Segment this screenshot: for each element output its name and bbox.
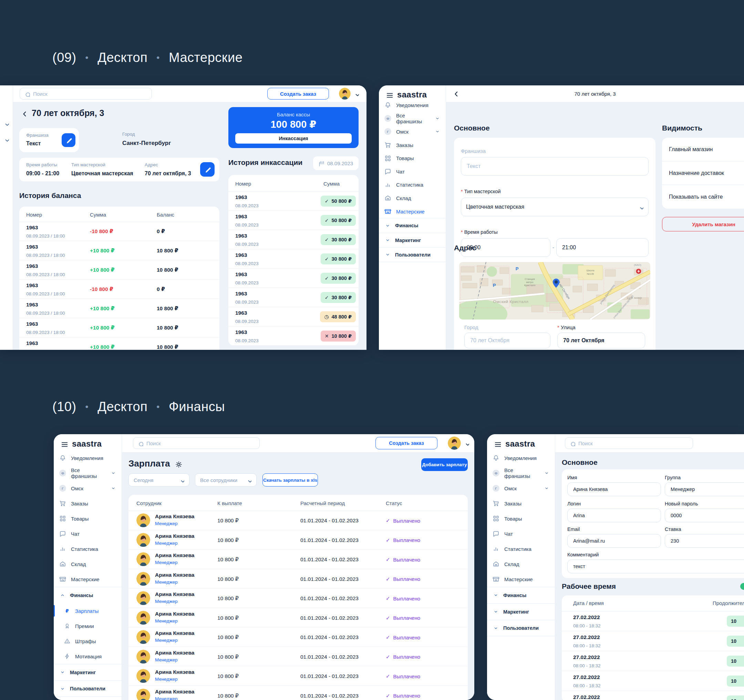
menu-icon[interactable] xyxy=(494,440,501,447)
salary-row[interactable]: Арина Князева Менеджер 10 800 ₽ 01.01.20… xyxy=(128,608,468,628)
comment-input[interactable] xyxy=(567,560,744,573)
sidebar-item[interactable]: Заказы xyxy=(379,138,446,152)
salary-row[interactable]: Арина Князева Менеджер 10 800 ₽ 01.01.20… xyxy=(128,627,468,647)
sidebar-item[interactable]: Чат xyxy=(379,165,446,178)
salaries-screen: saastra Уведомления Все франшизы О xyxy=(54,434,474,700)
sidebar-item[interactable]: Склад xyxy=(54,556,122,572)
add-salary-button[interactable]: Добавить зарплату xyxy=(421,458,468,471)
visibility-row[interactable]: Назначение доставок xyxy=(662,162,744,185)
chevron-down-icon[interactable] xyxy=(353,91,359,97)
sidebar-item[interactable]: Товары xyxy=(379,152,446,165)
app-logo[interactable]: saastra xyxy=(61,439,102,449)
sidebar-item[interactable]: Статистика xyxy=(54,541,122,556)
salary-row[interactable]: Арина Князева Менеджер 10 800 ₽ 01.01.20… xyxy=(128,511,468,530)
name-input[interactable] xyxy=(567,482,661,496)
delete-shop-button[interactable]: Удалить магазин xyxy=(662,217,744,231)
sidebar-item[interactable]: Все франшизы xyxy=(379,112,446,125)
salary-row[interactable]: Арина Князева Менеджер 10 800 ₽ 01.01.20… xyxy=(128,647,468,667)
workshop-type-select[interactable]: Цветочная мастерская xyxy=(461,198,649,216)
sidebar-item[interactable]: Маркетинг xyxy=(379,233,446,248)
sidebar-item[interactable]: Зарплаты xyxy=(54,603,122,618)
sidebar-item[interactable]: Мастерские xyxy=(54,572,122,587)
salary-row[interactable]: Арина Князева Менеджер 10 800 ₽ 01.01.20… xyxy=(128,530,468,550)
sidebar-item[interactable]: Финансы xyxy=(54,587,122,603)
app-logo[interactable]: saastra xyxy=(494,439,535,449)
sidebar-item[interactable]: Склад xyxy=(379,192,446,205)
franchise-input[interactable] xyxy=(461,157,649,175)
sidebar-item[interactable]: Все франшизы xyxy=(54,465,122,481)
sidebar-item[interactable]: Пользователи xyxy=(379,247,446,262)
sidebar-item[interactable]: Чат xyxy=(487,526,555,541)
download-xls-button[interactable]: Скачать зарплаты в xls xyxy=(262,473,318,486)
sidebar-item[interactable]: Уведомления xyxy=(54,450,122,465)
sidebar-item[interactable]: Мастерские xyxy=(379,205,446,218)
employee-avatar xyxy=(136,650,150,663)
salary-row[interactable]: Арина Князева Менеджер 10 800 ₽ 01.01.20… xyxy=(128,550,468,569)
sidebar-nav: Уведомления Все франшизы Омск xyxy=(379,98,446,262)
sidebar-item[interactable]: Уведомления xyxy=(379,98,446,112)
sidebar-item[interactable]: Финансы xyxy=(487,587,555,603)
create-order-button[interactable]: Создать заказ xyxy=(375,437,437,449)
sidebar-item[interactable]: Товары xyxy=(487,511,555,526)
map[interactable]: Станция метро Кристалл Омский Кристалл Ш… xyxy=(459,262,650,320)
visibility-row[interactable]: Главный магазин xyxy=(662,138,744,162)
sidebar-item[interactable]: Мастерские xyxy=(487,572,555,587)
search-input[interactable] xyxy=(19,88,152,100)
sidebar-item[interactable]: Чат xyxy=(54,526,122,541)
search-input[interactable] xyxy=(565,437,693,449)
group-input[interactable] xyxy=(665,482,744,496)
sidebar-item[interactable]: Маркетинг xyxy=(487,603,555,620)
visibility-row[interactable]: Показывать на сайте xyxy=(662,185,744,209)
sidebar-item[interactable]: Статистика xyxy=(487,541,555,556)
search-input[interactable] xyxy=(133,437,260,449)
incassation-row: 1963 08.09.2023 30 800 ₽ xyxy=(228,249,359,269)
sidebar-item[interactable]: Омск xyxy=(54,481,122,496)
create-order-button[interactable]: Создать заказ xyxy=(267,88,329,100)
chevron-down-icon[interactable] xyxy=(3,136,9,142)
new-password-input[interactable] xyxy=(665,508,744,522)
login-input[interactable] xyxy=(567,508,661,522)
street-input[interactable] xyxy=(557,333,645,348)
edit-info-button[interactable] xyxy=(200,162,214,177)
work-to-input[interactable] xyxy=(556,238,649,257)
salary-row[interactable]: Арина Князева Менеджер 10 800 ₽ 01.01.20… xyxy=(128,686,468,700)
sidebar-item[interactable]: Пользователи xyxy=(487,620,555,636)
incassation-button[interactable]: Инкассация xyxy=(235,133,352,144)
gear-icon[interactable] xyxy=(175,460,183,469)
rate-input[interactable] xyxy=(665,534,744,548)
sidebar-item[interactable]: Премии xyxy=(54,618,122,633)
menu-icon[interactable] xyxy=(386,91,393,98)
menu-icon[interactable] xyxy=(61,440,67,447)
sidebar-item[interactable]: Маркетинг xyxy=(54,664,122,681)
user-avatar[interactable] xyxy=(448,437,461,450)
app-logo[interactable]: saastra xyxy=(386,90,427,100)
sidebar-item[interactable]: Омск xyxy=(487,481,555,496)
chevron-down-icon[interactable] xyxy=(464,440,469,446)
sidebar-item[interactable]: Статистика xyxy=(379,178,446,192)
sidebar-item[interactable]: Склад xyxy=(487,556,555,572)
period-filter[interactable]: Сегодня xyxy=(128,473,189,486)
salary-row[interactable]: Арина Князева Менеджер 10 800 ₽ 01.01.20… xyxy=(128,569,468,589)
sidebar-item[interactable]: Финансы xyxy=(379,218,446,233)
sum-value: -10 800 ₽ xyxy=(90,286,113,292)
sidebar-item[interactable]: Мотивация xyxy=(54,649,122,664)
salary-row[interactable]: Арина Князева Менеджер 10 800 ₽ 01.01.20… xyxy=(128,666,468,686)
sidebar-item[interactable]: Заказы xyxy=(54,496,122,511)
back-icon[interactable] xyxy=(21,110,28,117)
sidebar-item[interactable]: Уведомления xyxy=(487,450,555,465)
sidebar-item[interactable]: Омск xyxy=(379,125,446,138)
chevron-down-icon[interactable] xyxy=(3,120,9,126)
sidebar-item-label: Омск xyxy=(504,486,517,491)
email-input[interactable] xyxy=(567,534,661,548)
date-picker[interactable]: 08.09.2023 xyxy=(313,156,359,170)
sidebar-item[interactable]: Заказы xyxy=(487,496,555,511)
salary-row[interactable]: Арина Князева Менеджер 10 800 ₽ 01.01.20… xyxy=(128,589,468,608)
sidebar-item[interactable]: Все франшизы xyxy=(487,465,555,481)
employees-filter[interactable]: Все сотрудники xyxy=(195,473,257,486)
sidebar-item[interactable]: Пользователи xyxy=(54,681,122,697)
sidebar-item[interactable]: Штрафы xyxy=(54,633,122,649)
sidebar-item[interactable]: Товары xyxy=(54,511,122,526)
edit-franchise-button[interactable] xyxy=(62,133,76,147)
city-input[interactable] xyxy=(464,333,551,348)
user-avatar[interactable] xyxy=(339,88,351,100)
